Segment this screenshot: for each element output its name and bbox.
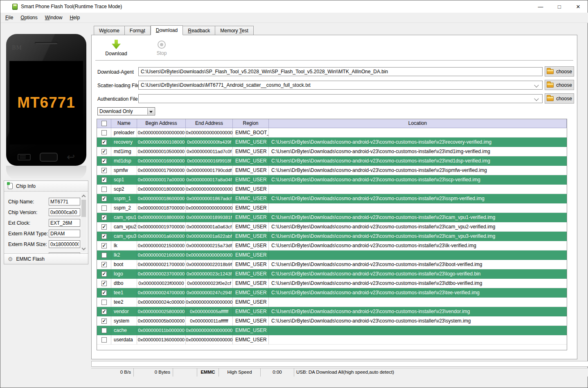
maximize-button[interactable]: □ — [550, 0, 569, 13]
row-checkbox[interactable] — [101, 281, 107, 286]
table-row[interactable]: scp2 0x0000000018000000 0x00000000000000… — [97, 185, 567, 194]
scroll-thumb[interactable] — [81, 200, 86, 217]
stop-button[interactable]: Stop — [149, 40, 175, 56]
row-checkbox[interactable] — [101, 205, 107, 211]
row-checkbox[interactable] — [101, 168, 107, 173]
col-header-begin[interactable]: Begin Address — [137, 119, 186, 128]
cell-name: cam_vpu3 — [111, 232, 137, 241]
table-row[interactable]: boot 0x0000000021700000 0x0000000022018b… — [97, 260, 567, 269]
dropdown-arrow-icon[interactable] — [147, 108, 154, 115]
table-row[interactable]: spmfw 0x0000000017900000 0x000000001790c… — [97, 166, 567, 175]
table-row[interactable]: lk 0x0000000021500000 0x00000000215a73df… — [97, 241, 567, 250]
tab-memory-test[interactable]: Memory Test — [215, 26, 253, 35]
table-row[interactable]: logo 0x0000000023700000 0x0000000023c124… — [97, 269, 567, 279]
ram-type-field[interactable] — [49, 230, 80, 237]
cell-end-address: 0x000000011affffff — [186, 316, 233, 326]
row-checkbox[interactable] — [101, 177, 107, 183]
table-row[interactable]: md1dsp 0x0000000016900000 0x0000000016f9… — [97, 156, 567, 166]
table-row[interactable]: scp1 0x0000000017a00000 0x0000000017a8a0… — [97, 175, 567, 185]
select-all-checkbox[interactable] — [101, 121, 107, 126]
partition-table-body: preloader 0x0000000000000000 0x000000000… — [97, 128, 567, 345]
status-flash-type: EMMC — [197, 368, 219, 377]
row-checkbox[interactable] — [101, 337, 107, 343]
status-time: 0:00 — [261, 368, 294, 377]
auth-file-input[interactable] — [138, 94, 543, 103]
table-row[interactable]: sspm_1 0x0000000018600000 0x000000001867… — [97, 194, 567, 203]
download-button[interactable]: Download — [103, 40, 129, 56]
row-checkbox[interactable] — [101, 318, 107, 324]
table-row[interactable]: userdata 0x0000000136000000 0x0000000000… — [97, 335, 567, 345]
progress-bar — [91, 361, 588, 367]
table-row[interactable]: cam_vpu1 0x0000000018800000 0x0000000018… — [97, 213, 567, 222]
close-button[interactable]: ✕ — [569, 0, 588, 13]
row-checkbox[interactable] — [101, 262, 107, 267]
row-checkbox[interactable] — [101, 290, 107, 296]
row-checkbox[interactable] — [101, 271, 107, 277]
row-checkbox[interactable] — [101, 149, 107, 154]
phone-image: BM MT6771 ↩ — [6, 34, 86, 166]
col-header-location[interactable]: Location — [269, 119, 567, 128]
chip-info-scrollbar[interactable] — [81, 193, 86, 252]
table-row[interactable]: lk2 0x0000000021600000 0x000000000000000… — [97, 250, 567, 260]
table-row[interactable]: cam_vpu3 0x000000001a600000 0x000000001a… — [97, 232, 567, 241]
table-row[interactable]: recovery 0x0000000000108000 0x0000000000… — [97, 138, 567, 147]
row-checkbox[interactable] — [101, 234, 107, 239]
cell-end-address: 0x0000000000000000 — [186, 128, 233, 138]
table-row[interactable]: cam_vpu2 0x0000000019700000 0x000000001a… — [97, 222, 567, 232]
scatter-file-input[interactable] — [138, 81, 543, 90]
table-row[interactable]: tee2 0x0000000024c00000 0x00000000000000… — [97, 298, 567, 307]
tab-readback[interactable]: Readback — [183, 26, 215, 35]
ext-clock-field[interactable] — [49, 219, 80, 227]
row-checkbox[interactable] — [101, 309, 107, 314]
chip-info-header[interactable]: Chip Info — [4, 181, 88, 192]
choose-auth-button[interactable]: choose — [545, 93, 574, 104]
tab-welcome[interactable]: Welcome — [94, 26, 125, 35]
table-row[interactable]: system 0x000000005b000000 0x000000011aff… — [97, 316, 567, 326]
scroll-down-icon[interactable] — [82, 246, 86, 250]
phone-nav-row: ↩ — [6, 150, 86, 164]
download-agent-input[interactable] — [138, 67, 543, 76]
chip-name-field[interactable] — [49, 198, 80, 205]
row-checkbox[interactable] — [101, 243, 107, 248]
chip-version-field[interactable] — [49, 208, 80, 216]
cell-end-address: 0x0000000000000000 — [186, 326, 233, 335]
table-row[interactable]: preloader 0x0000000000000000 0x000000000… — [97, 128, 567, 138]
row-checkbox[interactable] — [101, 300, 107, 305]
cell-end-address: 0x00000000247c294f — [186, 288, 233, 298]
status-speed: 0 B/s — [91, 368, 134, 377]
ram-size-field[interactable] — [49, 240, 80, 248]
table-row[interactable]: tee1 0x0000000024700000 0x00000000247c29… — [97, 288, 567, 298]
scroll-up-icon[interactable] — [82, 195, 86, 199]
row-checkbox[interactable] — [101, 196, 107, 201]
table-row[interactable]: sspm_2 0x0000000018700000 0x000000000000… — [97, 203, 567, 213]
menu-options[interactable]: Options — [17, 13, 41, 22]
col-header-name[interactable]: Name — [111, 119, 137, 128]
col-header-region[interactable]: Region — [233, 119, 269, 128]
row-checkbox[interactable] — [101, 130, 107, 135]
menu-window[interactable]: Window — [41, 13, 66, 22]
menu-file[interactable]: File — [2, 13, 17, 22]
download-mode-select[interactable]: Download Only — [97, 107, 155, 115]
row-checkbox[interactable] — [101, 187, 107, 192]
table-row[interactable]: dtbo 0x0000000023f00000 0x0000000023f0e2… — [97, 279, 567, 288]
row-checkbox[interactable] — [101, 140, 107, 145]
choose-scatter-button[interactable]: choose — [545, 80, 574, 90]
choose-da-button[interactable]: choose — [545, 66, 574, 77]
row-checkbox[interactable] — [101, 253, 107, 258]
row-checkbox[interactable] — [101, 158, 107, 164]
row-checkbox[interactable] — [101, 328, 107, 333]
phone-brand-label: BM — [12, 45, 22, 51]
emmc-flash-header[interactable]: ⚙ EMMC Flash — [4, 253, 88, 264]
table-row[interactable]: md1img 0x0000000010500000 0x0000000011ad… — [97, 147, 567, 156]
row-checkbox[interactable] — [101, 215, 107, 220]
menu-help[interactable]: Help — [66, 13, 83, 22]
tab-format[interactable]: Format — [125, 26, 151, 35]
row-checkbox[interactable] — [101, 224, 107, 230]
chip-field-row: Ext Clock: — [4, 219, 88, 227]
minimize-button[interactable]: — — [531, 0, 550, 13]
col-header-end[interactable]: End Address — [186, 119, 233, 128]
table-row[interactable]: vendor 0x0000000025800000 0x000000005aff… — [97, 307, 567, 316]
table-row[interactable]: cache 0x000000011b000000 0x0000000000000… — [97, 326, 567, 335]
tab-download[interactable]: Download — [151, 25, 183, 35]
chip-info-fields: Chip Name: Chip Version: Ext Clock: Exte… — [4, 192, 88, 253]
